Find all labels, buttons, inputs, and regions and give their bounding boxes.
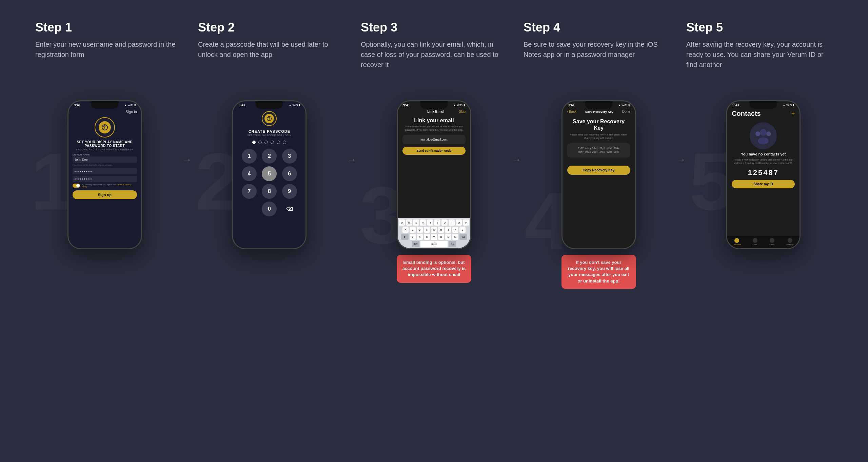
kb-g[interactable]: G <box>431 227 437 233</box>
num-delete[interactable]: ⌫ <box>282 202 297 216</box>
kb-row-2: A S D F G H J K L <box>398 227 470 233</box>
nav-chats[interactable]: Chats <box>769 238 775 246</box>
kb-s[interactable]: S <box>410 227 416 233</box>
kb-l[interactable]: L <box>459 227 466 233</box>
kb-e[interactable]: E <box>413 219 419 226</box>
done-button[interactable]: Done <box>622 110 630 113</box>
nav-chats-label: Chats <box>769 244 775 246</box>
kb-r[interactable]: R <box>420 219 426 226</box>
kb-u[interactable]: U <box>441 219 448 226</box>
step-3-desc: Optionally, you can link your email, whi… <box>361 39 507 70</box>
num-4[interactable]: 4 <box>242 166 257 181</box>
kb-a[interactable]: A <box>402 227 409 233</box>
arrow-4: → <box>676 154 686 165</box>
phone-2-content: CREATE PASSCODE SET YOUR PASSCODE FOR LO… <box>233 107 305 219</box>
phone-1-time: 9:41 <box>74 103 81 107</box>
svg-point-5 <box>755 131 760 136</box>
kb-b[interactable]: B <box>438 234 444 240</box>
display-name-hint: This name will be displayed to your cont… <box>73 164 137 166</box>
chats-nav-icon <box>770 238 774 243</box>
num-3[interactable]: 3 <box>282 149 297 164</box>
kb-shift[interactable]: ⬆ <box>401 234 409 240</box>
num-7[interactable]: 7 <box>242 184 257 199</box>
num-5[interactable]: 5 <box>262 166 277 181</box>
num-1[interactable]: 1 <box>242 149 257 164</box>
nav-calls[interactable]: Calls <box>753 238 757 246</box>
kb-h[interactable]: H <box>438 227 444 233</box>
phone-4-notch <box>585 101 612 109</box>
step-2-desc: Create a passcode that will be used late… <box>198 39 344 60</box>
nav-contacts[interactable]: Contacts <box>733 238 741 246</box>
kb-z[interactable]: Z <box>410 234 416 240</box>
kb-row-4: 123 space Go <box>398 241 470 247</box>
kb-f[interactable]: F <box>424 227 430 233</box>
arrow-2: → <box>347 154 356 165</box>
step-4-title: Step 4 <box>524 20 670 35</box>
num-6[interactable]: 6 <box>282 166 297 181</box>
add-contact-button[interactable]: + <box>791 110 795 117</box>
kb-k[interactable]: K <box>452 227 458 233</box>
kb-o[interactable]: O <box>456 219 462 226</box>
send-code-button[interactable]: Send confirmation code <box>402 147 466 155</box>
kb-123[interactable]: 123 <box>412 241 419 247</box>
kb-p[interactable]: P <box>463 219 469 226</box>
kb-t[interactable]: T <box>427 219 433 226</box>
wifi-icon-4: WiFi <box>622 104 627 107</box>
num-2[interactable]: 2 <box>262 149 277 164</box>
logo-inner <box>99 121 111 133</box>
kb-d[interactable]: D <box>417 227 423 233</box>
share-id-button[interactable]: Share my ID <box>732 180 795 188</box>
phone-1-content: Sign in SET YOUR DISPLAY NAME AND PASSWO… <box>68 107 141 202</box>
wifi-icon-2: WiFi <box>292 104 298 107</box>
terms-text: By creating an account you agree with Te… <box>82 184 137 188</box>
kb-x[interactable]: X <box>417 234 423 240</box>
kb-y[interactable]: Y <box>434 219 440 226</box>
dot-1 <box>252 141 256 144</box>
page-container: Step 1 Enter your new username and passw… <box>27 20 841 289</box>
step-headers: Step 1 Enter your new username and passw… <box>27 20 841 83</box>
num-9[interactable]: 9 <box>282 184 297 199</box>
battery-icon-4: ▮ <box>628 104 630 107</box>
kb-w[interactable]: W <box>406 219 412 226</box>
kb-c[interactable]: C <box>424 234 430 240</box>
nav-contacts-label: Contacts <box>733 244 741 246</box>
password-input-2[interactable]: •••••••••• <box>73 176 137 182</box>
nav-settings[interactable]: Settings <box>786 238 794 246</box>
back-button[interactable]: ‹ Back <box>567 110 577 113</box>
phone-2-status-icons: ▲ WiFi ▮ <box>289 104 300 107</box>
num-0[interactable]: 0 <box>262 202 277 216</box>
step-4-header: Step 4 Be sure to save your recovery key… <box>515 20 678 83</box>
signal-icon-2: ▲ <box>289 104 291 107</box>
wifi-icon: WiFi <box>128 104 133 107</box>
phone-2-notch <box>256 101 283 109</box>
signal-icon-3: ▲ <box>453 104 456 107</box>
signup-button[interactable]: Sign up <box>73 190 137 199</box>
phone-2-mockup: 9:41 ▲ WiFi ▮ <box>232 100 307 249</box>
keyboard: Q W E R T Y U I O P A S D <box>398 218 470 248</box>
kb-space[interactable]: space <box>420 241 448 247</box>
kb-delete[interactable]: ⌫ <box>459 234 467 240</box>
kb-i[interactable]: I <box>449 219 455 226</box>
contacts-illustration <box>750 122 777 149</box>
kb-v[interactable]: V <box>431 234 437 240</box>
phones-row: 1 9:41 ▲ WiFi ▮ Sign in <box>27 100 841 289</box>
kb-n[interactable]: N <box>445 234 451 240</box>
battery-icon-2: ▮ <box>299 104 300 107</box>
kb-m[interactable]: M <box>452 234 458 240</box>
kb-q[interactable]: Q <box>399 219 405 226</box>
phone-2-title: CREATE PASSCODE <box>249 129 290 133</box>
num-8[interactable]: 8 <box>262 184 277 199</box>
kb-go[interactable]: Go <box>449 241 456 247</box>
skip-button[interactable]: Skip <box>459 110 466 113</box>
phone-3-notch <box>420 101 448 109</box>
display-name-input[interactable]: John Doe <box>73 156 137 163</box>
password-input-1[interactable]: •••••••••• <box>73 168 137 174</box>
step-3-header: Step 3 Optionally, you can link your ema… <box>353 20 515 83</box>
kb-j[interactable]: J <box>445 227 451 233</box>
sign-in-link[interactable]: Sign in <box>73 110 137 114</box>
terms-toggle[interactable] <box>73 184 80 188</box>
copy-recovery-key-button[interactable]: Copy Recovery Key <box>567 166 630 175</box>
email-input[interactable]: jonh.doe@mail.com <box>402 135 466 144</box>
phone-2-subtitle: SET YOUR PASSCODE FOR LOGIN <box>247 134 291 136</box>
phone-4-col: 4 9:41 ▲ WiFi ▮ ‹ Back Save Recov <box>521 100 676 289</box>
